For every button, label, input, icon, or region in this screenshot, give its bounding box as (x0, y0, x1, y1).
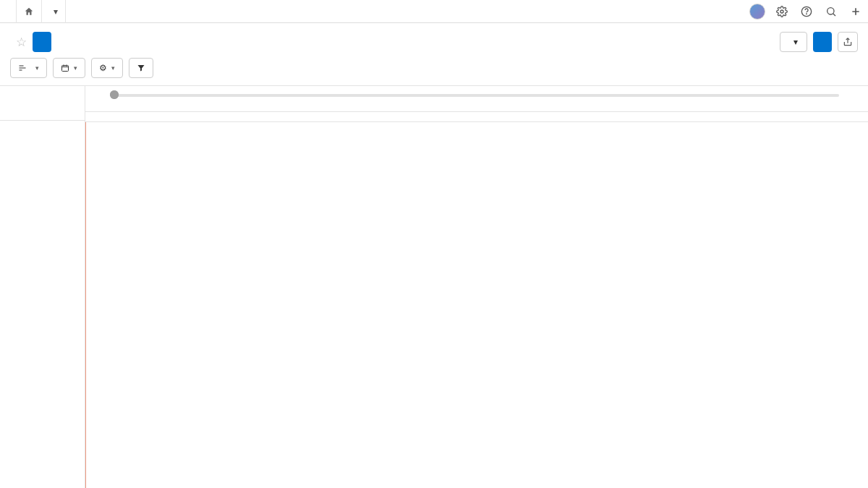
nav-home[interactable] (16, 0, 42, 23)
page-header: ☆ ▾ (0, 23, 868, 58)
views-button[interactable]: ▾ (780, 32, 807, 52)
plus-icon (850, 6, 861, 17)
filter-button[interactable] (129, 58, 153, 78)
star-icon: ☆ (16, 35, 27, 49)
roadmap-view (0, 85, 868, 488)
timeline-chart (85, 122, 868, 488)
caret-down-icon: ▾ (74, 64, 77, 72)
timeline-zoom-slider[interactable] (114, 90, 839, 99)
timeline-weeks (85, 112, 868, 122)
gear-icon (776, 6, 788, 17)
workspace-selector[interactable]: ▾ (42, 0, 66, 23)
slider-handle-end[interactable] (110, 90, 119, 99)
gear-icon: ⚙ (99, 63, 107, 73)
avatar-icon (749, 4, 765, 20)
svg-point-2 (807, 14, 807, 14)
timeline (85, 86, 868, 488)
calendar-icon (61, 64, 69, 72)
svg-rect-4 (62, 66, 69, 72)
search-button[interactable] (819, 0, 843, 23)
roadmap-sidebar (0, 86, 85, 488)
caret-down-icon: ▾ (35, 64, 39, 72)
today-line (85, 122, 86, 488)
favorite-star-button[interactable]: ☆ (16, 35, 27, 50)
home-icon (24, 7, 34, 17)
help-button[interactable] (794, 0, 819, 23)
roadmap-icon (18, 64, 27, 72)
add-button[interactable] (843, 0, 868, 23)
share-icon (843, 37, 853, 47)
nav-right (745, 0, 868, 23)
settings-button[interactable] (770, 0, 794, 23)
filter-icon (137, 64, 145, 72)
svg-point-3 (827, 7, 834, 14)
date-range-button[interactable]: ▾ (53, 58, 85, 78)
share-button[interactable] (838, 32, 858, 52)
timeline-months (85, 99, 868, 112)
roadmap-type-selector[interactable]: ▾ (10, 58, 47, 78)
caret-down-icon: ▾ (54, 7, 58, 17)
caret-down-icon: ▾ (111, 64, 115, 72)
save-changes-button[interactable] (813, 32, 832, 52)
settings-dropdown-button[interactable]: ⚙▾ (91, 58, 123, 78)
svg-point-0 (780, 10, 783, 13)
avatar[interactable] (745, 0, 770, 23)
search-icon (825, 6, 837, 17)
top-nav: ▾ (0, 0, 868, 23)
create-roadmap-button[interactable] (33, 32, 51, 52)
filter-bar: ▾ ▾ ⚙▾ (0, 58, 868, 85)
help-icon (801, 6, 812, 17)
caret-down-icon: ▾ (793, 37, 798, 47)
